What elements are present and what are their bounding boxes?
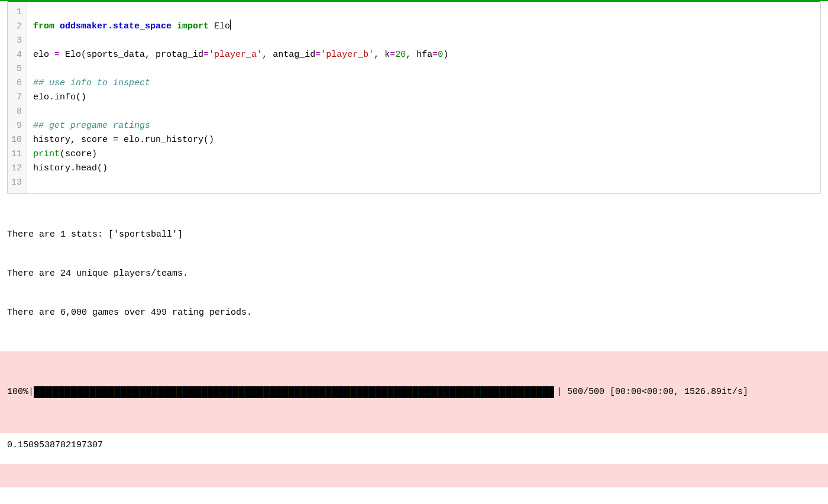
code-line[interactable]: history, score = elo.run_history() xyxy=(33,133,814,147)
line-number: 6 xyxy=(11,76,22,91)
line-number: 5 xyxy=(11,62,22,76)
code-line[interactable] xyxy=(33,176,814,190)
line-number: 9 xyxy=(11,119,22,133)
info-line: There are 6,000 games over 499 rating pe… xyxy=(7,306,821,319)
line-number: 1 xyxy=(11,5,22,20)
code-line[interactable]: print(score) xyxy=(33,147,814,161)
code-line[interactable]: elo = Elo(sports_data, protag_id='player… xyxy=(33,48,814,62)
line-number: 7 xyxy=(11,91,22,105)
code-line[interactable]: elo.info() xyxy=(33,91,814,105)
line-number: 11 xyxy=(11,147,22,161)
stdout-info: There are 1 stats: ['sportsball'] There … xyxy=(0,202,828,345)
progress-percent: 100%| xyxy=(7,385,34,400)
code-editor[interactable]: from oddsmaker.state_space import Elo el… xyxy=(27,2,820,193)
score-output: 0.1509538782197307 xyxy=(0,435,828,464)
code-line[interactable]: from oddsmaker.state_space import Elo xyxy=(33,20,814,34)
code-line[interactable]: ## use info to inspect xyxy=(33,76,814,91)
code-cell[interactable]: 12345678910111213 from oddsmaker.state_s… xyxy=(7,1,821,194)
info-line: There are 1 stats: ['sportsball'] xyxy=(7,228,821,241)
code-line[interactable]: history.head() xyxy=(33,161,814,176)
stderr-spacer xyxy=(0,464,828,487)
line-number: 8 xyxy=(11,105,22,119)
code-line[interactable] xyxy=(33,62,814,76)
line-number-gutter: 12345678910111213 xyxy=(8,2,27,193)
line-number: 3 xyxy=(11,34,22,48)
code-line[interactable] xyxy=(33,105,814,119)
progress-stats: | 500/500 [00:00<00:00, 1526.89it/s] xyxy=(557,385,748,400)
line-number: 10 xyxy=(11,133,22,147)
code-line[interactable] xyxy=(33,5,814,20)
info-line: There are 24 unique players/teams. xyxy=(7,267,821,280)
code-line[interactable] xyxy=(33,34,814,48)
line-number: 12 xyxy=(11,161,22,176)
line-number: 4 xyxy=(11,48,22,62)
progress-bar xyxy=(34,386,554,398)
code-line[interactable]: ## get pregame ratings xyxy=(33,119,814,133)
line-number: 2 xyxy=(11,20,22,34)
line-number: 13 xyxy=(11,176,22,190)
stderr-progress: 100%| | 500/500 [00:00<00:00, 1526.89it/… xyxy=(0,351,828,433)
notebook-output: 12345678910111213 from oddsmaker.state_s… xyxy=(0,0,828,504)
